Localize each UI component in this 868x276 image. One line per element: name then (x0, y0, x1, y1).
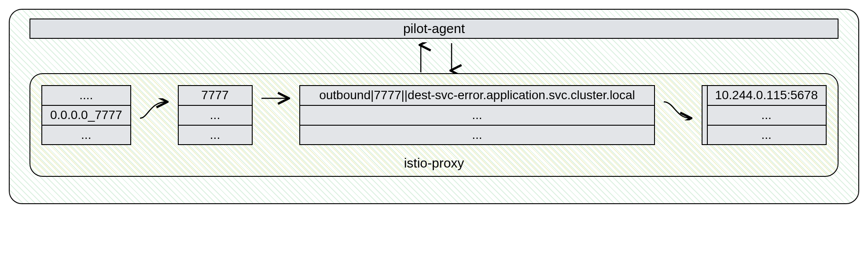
port-table: 7777 ... ... (178, 85, 253, 145)
listener-table: .... 0.0.0.0_7777 ... (41, 85, 131, 145)
cluster-row: outbound|7777||dest-svc-error.applicatio… (300, 86, 655, 106)
port-row: ... (179, 126, 252, 145)
listener-row: ... (42, 126, 130, 145)
port-row: ... (179, 106, 252, 126)
pilot-agent-container: pilot-agent .... 0.0.0.0_7777 . (9, 9, 859, 204)
endpoint-row: ... (707, 106, 826, 126)
listener-row: 0.0.0.0_7777 (42, 106, 130, 126)
arrow-listener-to-port (139, 98, 170, 120)
istio-proxy-label: istio-proxy (30, 156, 838, 171)
pilot-agent-label: pilot-agent (403, 21, 465, 36)
arrow-cluster-to-endpoint (663, 98, 694, 120)
endpoint-row: 10.244.0.115:5678 (707, 86, 826, 106)
endpoint-row: ... (707, 126, 826, 145)
istio-proxy-container: .... 0.0.0.0_7777 ... 7777 ... (29, 73, 839, 177)
port-row: 7777 (179, 86, 252, 106)
flow-row: .... 0.0.0.0_7777 ... 7777 ... (41, 85, 827, 145)
arrow-port-to-cluster (261, 90, 291, 112)
bidir-arrows (29, 42, 839, 73)
pilot-agent-bar: pilot-agent (29, 19, 839, 39)
cluster-row: ... (300, 126, 655, 145)
cluster-row: ... (300, 106, 655, 126)
cluster-table: outbound|7777||dest-svc-error.applicatio… (299, 85, 655, 145)
endpoint-table: 10.244.0.115:5678 ... ... (702, 85, 827, 145)
listener-row: .... (42, 86, 130, 106)
